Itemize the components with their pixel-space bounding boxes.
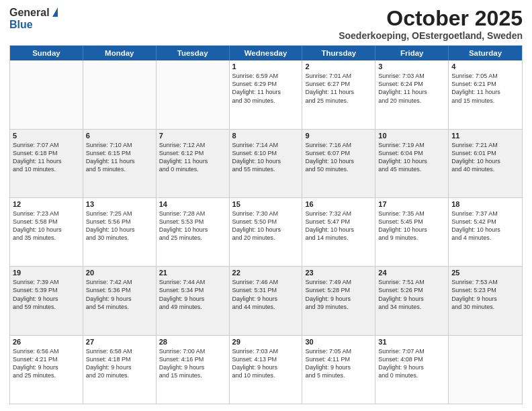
calendar-cell: 29Sunrise: 7:03 AM Sunset: 4:13 PM Dayli… [230,336,303,404]
header-day-monday: Monday [83,46,157,60]
calendar-cell: 7Sunrise: 7:12 AM Sunset: 6:12 PM Daylig… [157,130,230,197]
day-info: Sunrise: 7:23 AM Sunset: 5:58 PM Dayligh… [13,210,80,242]
day-info: Sunrise: 7:05 AM Sunset: 6:21 PM Dayligh… [451,72,519,105]
calendar-cell: 26Sunrise: 6:56 AM Sunset: 4:21 PM Dayli… [10,336,83,404]
calendar-cell: 18Sunrise: 7:37 AM Sunset: 5:42 PM Dayli… [449,198,522,266]
header-day-sunday: Sunday [10,46,83,60]
day-info: Sunrise: 7:07 AM Sunset: 4:08 PM Dayligh… [378,347,445,380]
day-info: Sunrise: 7:53 AM Sunset: 5:23 PM Dayligh… [451,278,519,311]
calendar-cell: 3Sunrise: 7:03 AM Sunset: 6:24 PM Daylig… [375,60,449,128]
day-number: 2 [305,62,372,71]
day-number: 5 [13,132,80,140]
calendar-cell [449,336,522,404]
day-info: Sunrise: 7:00 AM Sunset: 4:16 PM Dayligh… [159,347,226,380]
day-info: Sunrise: 7:30 AM Sunset: 5:50 PM Dayligh… [232,210,300,242]
calendar-cell: 13Sunrise: 7:25 AM Sunset: 5:56 PM Dayli… [83,198,157,266]
title-area: October 2025 Soederkoeping, OEstergoetla… [339,7,523,41]
calendar-header: SundayMondayTuesdayWednesdayThursdayFrid… [10,46,522,60]
day-info: Sunrise: 7:16 AM Sunset: 6:07 PM Dayligh… [305,141,372,174]
calendar-cell: 27Sunrise: 6:58 AM Sunset: 4:18 PM Dayli… [83,336,157,404]
calendar-cell [157,60,230,128]
day-info: Sunrise: 7:05 AM Sunset: 4:11 PM Dayligh… [305,347,372,380]
day-number: 20 [86,269,153,277]
day-number: 26 [13,338,80,346]
calendar-cell: 21Sunrise: 7:44 AM Sunset: 5:34 PM Dayli… [157,267,230,334]
header-day-friday: Friday [375,46,449,60]
day-info: Sunrise: 7:39 AM Sunset: 5:39 PM Dayligh… [13,278,80,311]
day-number: 16 [305,200,372,208]
header-day-saturday: Saturday [449,46,522,60]
day-info: Sunrise: 6:58 AM Sunset: 4:18 PM Dayligh… [86,347,153,380]
calendar-cell: 20Sunrise: 7:42 AM Sunset: 5:36 PM Dayli… [83,267,157,334]
day-info: Sunrise: 7:19 AM Sunset: 6:04 PM Dayligh… [378,141,445,174]
day-info: Sunrise: 7:42 AM Sunset: 5:36 PM Dayligh… [86,278,153,311]
day-info: Sunrise: 7:44 AM Sunset: 5:34 PM Dayligh… [159,278,226,311]
day-number: 25 [451,269,519,277]
calendar-cell: 8Sunrise: 7:14 AM Sunset: 6:10 PM Daylig… [230,130,303,197]
calendar-cell: 5Sunrise: 7:07 AM Sunset: 6:18 PM Daylig… [10,130,83,197]
day-number: 13 [86,200,153,208]
day-number: 30 [305,338,372,346]
calendar-cell: 11Sunrise: 7:21 AM Sunset: 6:01 PM Dayli… [449,130,522,197]
day-number: 11 [451,132,519,140]
header-day-thursday: Thursday [302,46,375,60]
calendar: SundayMondayTuesdayWednesdayThursdayFrid… [9,45,523,404]
day-info: Sunrise: 7:49 AM Sunset: 5:28 PM Dayligh… [305,278,372,311]
day-number: 14 [159,200,226,208]
day-info: Sunrise: 7:03 AM Sunset: 4:13 PM Dayligh… [232,347,300,380]
calendar-cell: 1Sunrise: 6:59 AM Sunset: 6:29 PM Daylig… [230,60,303,128]
calendar-row-3: 12Sunrise: 7:23 AM Sunset: 5:58 PM Dayli… [10,198,522,267]
calendar-cell: 12Sunrise: 7:23 AM Sunset: 5:58 PM Dayli… [10,198,83,266]
day-number: 15 [232,200,300,208]
day-number: 24 [378,269,445,277]
calendar-cell: 24Sunrise: 7:51 AM Sunset: 5:26 PM Dayli… [375,267,449,334]
logo: General Blue [9,7,58,31]
day-info: Sunrise: 7:32 AM Sunset: 5:47 PM Dayligh… [305,210,372,242]
day-number: 18 [451,200,519,208]
location-title: Soederkoeping, OEstergoetland, Sweden [339,30,523,41]
calendar-cell: 10Sunrise: 7:19 AM Sunset: 6:04 PM Dayli… [375,130,449,197]
calendar-cell: 9Sunrise: 7:16 AM Sunset: 6:07 PM Daylig… [302,130,375,197]
day-info: Sunrise: 6:59 AM Sunset: 6:29 PM Dayligh… [232,72,300,105]
day-info: Sunrise: 7:21 AM Sunset: 6:01 PM Dayligh… [451,141,519,174]
day-number: 3 [378,62,445,71]
day-info: Sunrise: 7:51 AM Sunset: 5:26 PM Dayligh… [378,278,445,311]
calendar-cell: 23Sunrise: 7:49 AM Sunset: 5:28 PM Dayli… [302,267,375,334]
day-info: Sunrise: 7:35 AM Sunset: 5:45 PM Dayligh… [378,210,445,242]
calendar-cell: 6Sunrise: 7:10 AM Sunset: 6:15 PM Daylig… [83,130,157,197]
calendar-cell [10,60,83,128]
calendar-row-5: 26Sunrise: 6:56 AM Sunset: 4:21 PM Dayli… [10,336,522,404]
calendar-cell: 31Sunrise: 7:07 AM Sunset: 4:08 PM Dayli… [375,336,449,404]
day-info: Sunrise: 7:07 AM Sunset: 6:18 PM Dayligh… [13,141,80,174]
day-number: 19 [13,269,80,277]
header-day-tuesday: Tuesday [157,46,230,60]
day-number: 21 [159,269,226,277]
logo-triangle-icon [52,7,58,17]
day-number: 7 [159,132,226,140]
logo-blue-text: Blue [9,19,33,31]
day-info: Sunrise: 7:10 AM Sunset: 6:15 PM Dayligh… [86,141,153,174]
calendar-row-1: 1Sunrise: 6:59 AM Sunset: 6:29 PM Daylig… [10,60,522,129]
day-number: 17 [378,200,445,208]
day-number: 22 [232,269,300,277]
calendar-cell: 4Sunrise: 7:05 AM Sunset: 6:21 PM Daylig… [449,60,522,128]
calendar-cell: 14Sunrise: 7:28 AM Sunset: 5:53 PM Dayli… [157,198,230,266]
day-info: Sunrise: 7:14 AM Sunset: 6:10 PM Dayligh… [232,141,300,174]
day-number: 29 [232,338,300,346]
header-day-wednesday: Wednesday [230,46,303,60]
day-info: Sunrise: 7:46 AM Sunset: 5:31 PM Dayligh… [232,278,300,311]
day-info: Sunrise: 6:56 AM Sunset: 4:21 PM Dayligh… [13,347,80,380]
day-number: 1 [232,62,300,71]
day-number: 28 [159,338,226,346]
day-info: Sunrise: 7:37 AM Sunset: 5:42 PM Dayligh… [451,210,519,242]
calendar-row-2: 5Sunrise: 7:07 AM Sunset: 6:18 PM Daylig… [10,130,522,198]
day-info: Sunrise: 7:01 AM Sunset: 6:27 PM Dayligh… [305,72,372,105]
calendar-cell [83,60,157,128]
calendar-row-4: 19Sunrise: 7:39 AM Sunset: 5:39 PM Dayli… [10,267,522,335]
day-number: 12 [13,200,80,208]
day-number: 6 [86,132,153,140]
calendar-cell: 30Sunrise: 7:05 AM Sunset: 4:11 PM Dayli… [302,336,375,404]
calendar-cell: 17Sunrise: 7:35 AM Sunset: 5:45 PM Dayli… [375,198,449,266]
calendar-cell: 2Sunrise: 7:01 AM Sunset: 6:27 PM Daylig… [302,60,375,128]
day-info: Sunrise: 7:25 AM Sunset: 5:56 PM Dayligh… [86,210,153,242]
